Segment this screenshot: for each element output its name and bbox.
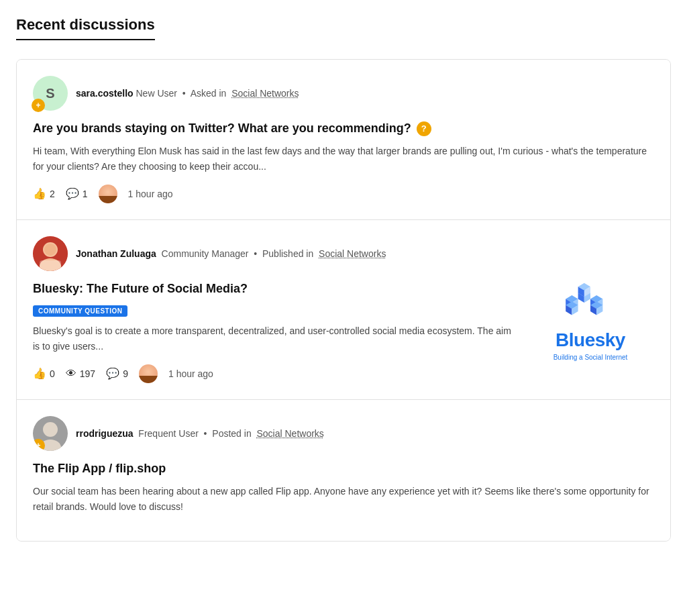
avatar-letter: S [46,86,54,101]
views-icon: 👁 [66,368,76,380]
post-meta: Jonathan Zuluaga Community Manager • Pub… [76,248,386,259]
action-text: Published in [262,248,313,259]
avatar-badge: + [32,99,45,112]
commenter-avatar [139,364,158,383]
post-stats: 👍 0 👁 197 💬 9 1 hour ago [33,364,516,383]
likes-stat: 👍 2 [33,187,55,200]
post-title[interactable]: Are you brands staying on Twitter? What … [33,120,654,137]
author-username: sara.costello [76,88,134,99]
bluesky-image: Bluesky Building a Social Internet [527,280,654,361]
avatar-badge: + [33,439,45,451]
comments-count: 9 [123,368,128,379]
bluesky-tagline: Building a Social Internet [553,354,628,361]
post-meta: sara.costello New User • Asked in Social… [76,88,299,99]
thumbsup-icon: 👍 [33,187,46,200]
svg-rect-4 [40,260,61,271]
category-link[interactable]: Social Networks [319,248,386,259]
likes-count: 0 [50,368,55,379]
card-header: Jonathan Zuluaga Community Manager • Pub… [33,236,654,271]
bluesky-cubes-svg [550,280,631,327]
avatar-illustration [33,236,68,271]
author-username: rrodriguezua [76,428,134,439]
discussions-list: S + sara.costello New User • Asked in So… [16,59,671,542]
post-stats: 👍 2 💬 1 1 hour ago [33,185,654,203]
svg-point-24 [43,422,58,437]
post-content: Bluesky: The Future of Social Media? COM… [33,280,516,383]
views-stat: 👁 197 [66,368,95,380]
comment-icon: 💬 [66,187,79,200]
bluesky-logo: Bluesky Building a Social Internet [533,280,647,361]
author-role: New User [136,88,177,99]
svg-point-3 [44,244,56,256]
post-meta: rrodriguezua Frequent User • Posted in S… [76,428,324,439]
comment-icon: 💬 [106,367,119,380]
comments-count: 1 [83,189,88,199]
action-text: Posted in [212,428,251,439]
post-title[interactable]: The Flip App / flip.shop [33,460,654,477]
post-excerpt: Hi team, With everything Elon Musk has s… [33,144,654,174]
author-role: Community Manager [162,248,249,259]
commenter-avatar [99,185,117,203]
likes-stat: 👍 0 [33,367,55,380]
likes-count: 2 [50,189,55,199]
post-body: Bluesky: The Future of Social Media? COM… [33,280,654,383]
question-icon: ? [417,121,431,136]
post-excerpt: Our social team has been hearing about a… [33,484,654,514]
bluesky-brand-text: Bluesky [556,329,625,351]
comments-stat: 💬 1 [66,187,88,200]
author-username: Jonathan Zuluaga [76,248,156,259]
timestamp: 1 hour ago [168,368,213,379]
thumbsup-icon: 👍 [33,367,46,380]
discussion-card: S + sara.costello New User • Asked in So… [17,60,670,220]
community-badge: COMMUNITY QUESTION [33,304,516,323]
action-text: Asked in [191,88,227,99]
card-header: + rrodriguezua Frequent User • Posted in… [33,416,654,451]
card-header: S + sara.costello New User • Asked in So… [33,76,654,111]
discussion-card: + rrodriguezua Frequent User • Posted in… [17,400,670,541]
page-title: Recent discussions [16,16,155,40]
post-excerpt: Bluesky's goal is to create a more trans… [33,323,516,354]
category-link[interactable]: Social Networks [256,428,323,439]
author-role: Frequent User [138,428,198,439]
avatar: + [33,416,68,451]
post-title[interactable]: Bluesky: The Future of Social Media? [33,280,516,297]
avatar: S + [33,76,68,111]
timestamp: 1 hour ago [128,189,173,199]
comments-stat: 💬 9 [106,367,128,380]
avatar [33,236,68,271]
discussion-card: Jonathan Zuluaga Community Manager • Pub… [17,220,670,400]
category-link[interactable]: Social Networks [231,88,299,99]
views-count: 197 [80,368,95,379]
